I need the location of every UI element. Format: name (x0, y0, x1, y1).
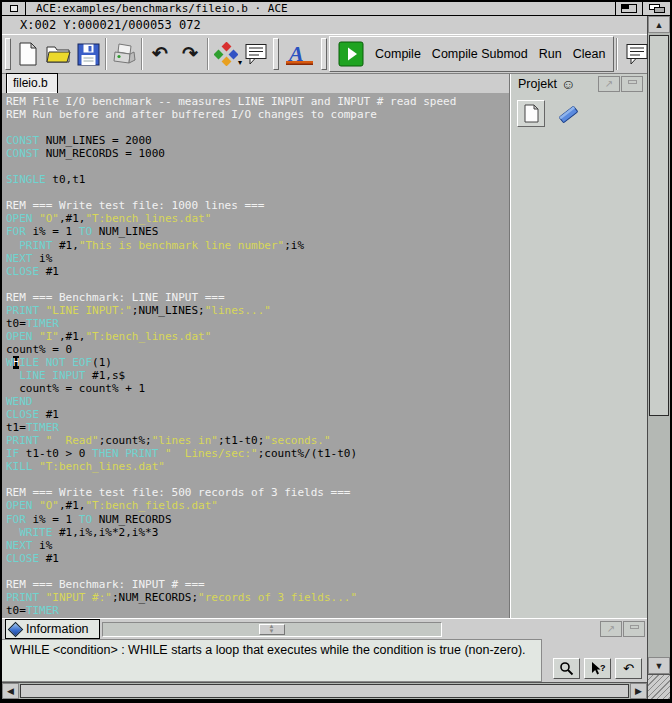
expand-arrow-icon: ↗ (607, 624, 615, 634)
file-tab[interactable]: fileio.b (6, 73, 58, 93)
code-line[interactable] (6, 278, 509, 291)
depth-gadget[interactable] (642, 2, 670, 15)
toolbar-drag-handle[interactable] (321, 38, 327, 70)
redo-button[interactable]: ↷ (175, 37, 205, 71)
undo-button[interactable]: ↶ (145, 37, 175, 71)
printer-icon (112, 42, 137, 66)
code-line[interactable]: FOR i% = 1 TO NUM_RECORDS (6, 513, 509, 526)
zoom-gadget[interactable] (615, 2, 642, 15)
project-panel-title: Projekt (518, 77, 557, 91)
code-line[interactable]: REM Run before and after buffered I/O ch… (6, 108, 509, 121)
vertical-scroll-thumb[interactable] (649, 35, 669, 416)
open-file-button[interactable] (43, 37, 73, 71)
run-icon (338, 41, 364, 67)
project-expand-gadget[interactable]: ↗ (598, 76, 620, 92)
code-line[interactable] (6, 160, 509, 173)
comment-button[interactable] (241, 37, 271, 71)
ace-guide-button[interactable]: A (281, 37, 319, 71)
horizontal-scroll-thumb[interactable] (20, 684, 629, 698)
code-line[interactable] (6, 186, 509, 199)
code-line[interactable]: REM === Write test file: 500 records of … (6, 486, 509, 499)
toolbar-drag-handle[interactable] (273, 38, 279, 70)
code-line[interactable]: CLOSE #1 (6, 552, 509, 565)
zoom-icon (621, 4, 637, 13)
code-line[interactable]: WEND (6, 395, 509, 408)
scroll-right-button[interactable]: ▶ (630, 683, 647, 699)
code-line[interactable]: OPEN "O",#1,"T:bench_lines.dat" (6, 212, 509, 225)
info-shade-gadget[interactable] (623, 621, 645, 637)
information-tab-label: Information (26, 622, 89, 636)
code-line[interactable]: REM === Write test file: 1000 lines === (6, 199, 509, 212)
project-panel-toolbar (511, 93, 647, 134)
expand-arrow-icon: ↗ (605, 79, 613, 89)
code-line[interactable]: PRINT "LINE INPUT:";NUM_LINES;"lines..." (6, 304, 509, 317)
splitter-handle[interactable]: ▲ ▼ (259, 624, 285, 635)
close-gadget[interactable] (2, 2, 26, 15)
new-document-button[interactable] (13, 37, 43, 71)
info-expand-gadget[interactable]: ↗ (600, 621, 622, 637)
code-line[interactable]: WHILE NOT EOF(1) (6, 356, 509, 369)
smiley-icon: ☺ (561, 77, 575, 91)
code-line[interactable]: REM === Benchmark: INPUT # === (6, 578, 509, 591)
code-line[interactable]: CLOSE #1 (6, 408, 509, 421)
code-line[interactable]: FOR i% = 1 TO NUM_LINES (6, 225, 509, 238)
syntax-colors-button[interactable]: ▾ (211, 37, 241, 71)
eraser-icon (556, 102, 582, 126)
vertical-scroll-track[interactable] (648, 33, 670, 657)
clean-button[interactable]: Clean (573, 47, 606, 61)
scroll-left-button[interactable]: ◀ (2, 683, 19, 699)
code-line[interactable]: count% = 0 (6, 343, 509, 356)
resize-corner[interactable] (648, 674, 670, 699)
eraser-tool-button[interactable] (556, 102, 582, 126)
revert-button[interactable]: ↶ (615, 658, 642, 679)
code-line[interactable] (6, 565, 509, 578)
search-button[interactable] (553, 658, 580, 679)
code-line[interactable]: WRITE #1,i%,i%*2,i%*3 (6, 526, 509, 539)
code-line[interactable]: SINGLE t0,t1 (6, 173, 509, 186)
project-shade-gadget[interactable] (621, 76, 643, 92)
compile-button[interactable]: Compile (375, 47, 421, 61)
code-line[interactable]: CONST NUM_LINES = 2000 (6, 134, 509, 147)
compile-submod-button[interactable]: Compile Submod (432, 47, 528, 61)
code-line[interactable]: t0=TIMER (6, 604, 509, 617)
code-line[interactable]: REM === Benchmark: LINE INPUT === (6, 291, 509, 304)
information-tab[interactable]: Information (5, 619, 100, 639)
print-button[interactable] (109, 37, 139, 71)
code-line[interactable]: NEXT i% (6, 539, 509, 552)
code-line[interactable]: PRINT #1,"This is benchmark line number"… (6, 239, 509, 252)
code-line[interactable]: t1=TIMER (6, 421, 509, 434)
scroll-up-button[interactable]: ▲ (648, 16, 670, 33)
scroll-down-button[interactable]: ▼ (648, 657, 670, 674)
code-line[interactable]: PRINT "INPUT #:";NUM_RECORDS;"records of… (6, 591, 509, 604)
context-help-button[interactable]: ? (584, 658, 611, 679)
ace-logo-icon: A (284, 41, 316, 67)
project-new-document-button[interactable] (517, 100, 545, 127)
redo-icon: ↷ (182, 44, 198, 64)
code-line[interactable]: CONST NUM_RECORDS = 1000 (6, 147, 509, 160)
code-line[interactable]: KILL "T:bench_lines.dat" (6, 460, 509, 473)
code-editor[interactable]: REM File I/O benchmark -- measures LINE … (2, 93, 509, 618)
toolbar-drag-handle[interactable] (5, 38, 11, 70)
code-line[interactable]: CLOSE #1 (6, 265, 509, 278)
code-line[interactable]: LINE INPUT #1,s$ (6, 369, 509, 382)
horizontal-scroll-track[interactable] (19, 683, 630, 699)
code-line[interactable] (6, 121, 509, 134)
run-button[interactable]: Run (539, 47, 562, 61)
code-line[interactable]: PRINT " Read";count%;"lines in";t1-t0;"s… (6, 434, 509, 447)
title-bar[interactable]: ACE:examples/benchmarks/fileio.b · ACE (2, 2, 670, 16)
code-line[interactable]: NEXT i% (6, 252, 509, 265)
help-bubble-icon (625, 43, 649, 66)
code-line[interactable]: IF t1-t0 > 0 THEN PRINT " Lines/sec:";co… (6, 447, 509, 460)
code-line[interactable]: count% = count% + 1 (6, 382, 509, 395)
dropdown-arrow-icon: ▾ (238, 58, 242, 67)
save-file-button[interactable] (73, 37, 103, 71)
build-actions-panel: Compile Compile Submod Run Clean (329, 36, 614, 72)
code-line[interactable]: OPEN "I",#1,"T:bench_lines.dat" (6, 330, 509, 343)
run-script-button[interactable] (338, 41, 364, 67)
help-text: WHILE <condition> : WHILE starts a loop … (2, 639, 542, 682)
code-line[interactable]: REM File I/O benchmark -- measures LINE … (6, 95, 509, 108)
code-line[interactable]: t0=TIMER (6, 317, 509, 330)
panel-splitter[interactable]: ▲ ▼ (102, 622, 442, 637)
code-line[interactable] (6, 473, 509, 486)
code-line[interactable]: OPEN "O",#1,"T:bench_fields.dat" (6, 499, 509, 512)
